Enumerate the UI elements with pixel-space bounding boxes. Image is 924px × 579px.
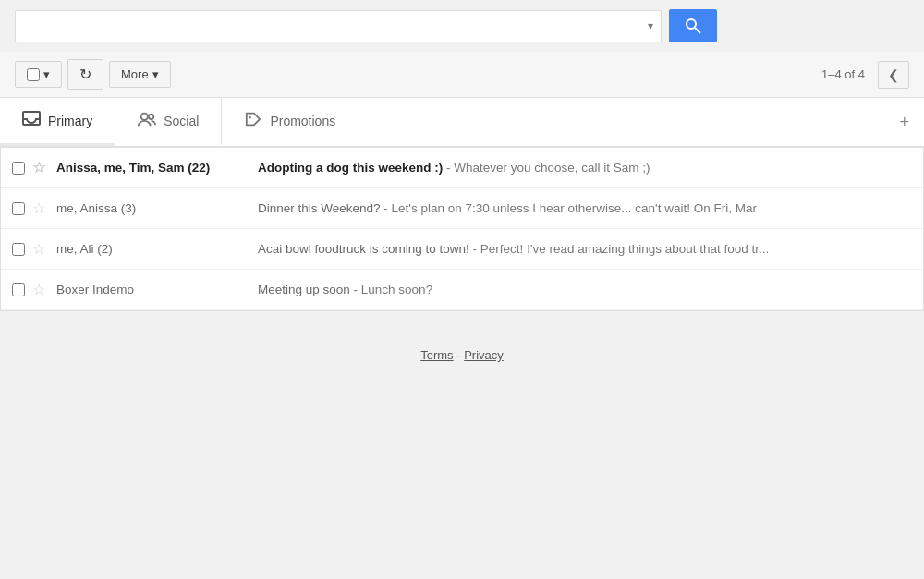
tab-promotions-label: Promotions	[270, 114, 335, 128]
more-button[interactable]: More ▾	[109, 61, 171, 88]
email-row[interactable]: ☆ me, Anissa (3) Dinner this Weekend? - …	[1, 188, 923, 229]
svg-point-5	[249, 116, 251, 119]
footer: Terms - Privacy	[0, 311, 924, 380]
email-subject: Adopting a dog this weekend :) - Whateve…	[250, 161, 912, 175]
email-row[interactable]: ☆ Anissa, me, Tim, Sam (22) Adopting a d…	[1, 148, 923, 188]
prev-icon: ❮	[888, 67, 899, 82]
email-checkbox[interactable]	[12, 243, 25, 256]
email-checkbox-cell	[12, 162, 25, 175]
star-icon: ☆	[32, 240, 45, 258]
terms-link[interactable]: Terms	[420, 348, 453, 362]
svg-point-0	[687, 19, 696, 29]
email-subject-text: Meeting up soon	[258, 283, 350, 296]
add-tab-button[interactable]: +	[884, 100, 924, 145]
email-subject: Dinner this Weekend? - Let's plan on 7:3…	[250, 201, 912, 215]
tab-primary[interactable]: Primary	[0, 98, 116, 146]
tab-social-label: Social	[164, 114, 199, 128]
more-label: More	[121, 67, 149, 81]
email-star-cell[interactable]: ☆	[32, 281, 45, 298]
email-subject-text: Adopting a dog this weekend :)	[258, 161, 443, 175]
email-row[interactable]: ☆ Boxer Indemo Meeting up soon - Lunch s…	[1, 270, 923, 310]
email-sender: me, Ali (2)	[56, 242, 250, 256]
email-row[interactable]: ☆ me, Ali (2) Acai bowl foodtruck is com…	[1, 229, 923, 270]
tabs-row: Primary Social Promotions +	[0, 98, 924, 147]
email-checkbox[interactable]	[12, 202, 25, 215]
svg-point-4	[149, 115, 153, 119]
inbox-icon	[22, 111, 41, 130]
prev-page-button[interactable]: ❮	[878, 61, 909, 89]
star-icon: ☆	[32, 159, 45, 176]
email-checkbox-cell	[12, 283, 25, 296]
search-bar-row: ▾	[0, 0, 924, 52]
privacy-link[interactable]: Privacy	[464, 348, 504, 362]
email-checkbox-cell	[12, 243, 25, 256]
email-star-cell[interactable]: ☆	[32, 240, 45, 258]
email-subject-text: Dinner this Weekend?	[258, 201, 381, 215]
svg-point-3	[141, 114, 148, 120]
email-subject: Acai bowl foodtruck is coming to town! -…	[250, 242, 912, 256]
tab-promotions[interactable]: Promotions	[222, 98, 358, 146]
email-preview-text: - Lunch soon?	[350, 283, 432, 296]
email-sender: Boxer Indemo	[56, 283, 250, 296]
email-star-cell[interactable]: ☆	[32, 159, 45, 176]
search-icon	[684, 17, 702, 35]
select-arrow-icon: ▾	[43, 67, 50, 81]
search-input[interactable]	[16, 11, 640, 42]
search-button[interactable]	[669, 9, 717, 42]
email-preview-text: - Perfect! I've read amazing things abou…	[469, 242, 770, 256]
refresh-button[interactable]: ↻	[67, 59, 103, 90]
email-preview-text: - Let's plan on 7:30 unless I hear other…	[381, 201, 757, 215]
more-arrow-icon: ▾	[152, 67, 159, 81]
tab-primary-label: Primary	[48, 114, 92, 128]
email-checkbox[interactable]	[12, 162, 25, 175]
svg-line-1	[695, 28, 700, 33]
email-checkbox[interactable]	[12, 283, 25, 296]
email-star-cell[interactable]: ☆	[32, 199, 45, 217]
plus-icon: +	[899, 113, 909, 131]
email-list: ☆ Anissa, me, Tim, Sam (22) Adopting a d…	[0, 147, 924, 311]
email-subject-text: Acai bowl foodtruck is coming to town!	[258, 242, 469, 256]
select-checkbox-button[interactable]: ▾	[15, 61, 62, 88]
star-icon: ☆	[32, 199, 45, 217]
tag-icon	[244, 111, 262, 130]
email-sender: me, Anissa (3)	[56, 201, 250, 215]
email-checkbox-cell	[12, 202, 25, 215]
pagination-info: 1–4 of 4	[821, 67, 865, 81]
star-icon: ☆	[32, 281, 45, 298]
tab-social[interactable]: Social	[116, 98, 222, 146]
toolbar: ▾ ↻ More ▾ 1–4 of 4 ❮	[0, 52, 924, 98]
footer-separator: -	[454, 348, 465, 362]
email-subject: Meeting up soon - Lunch soon?	[250, 283, 912, 296]
search-input-wrapper: ▾	[15, 10, 662, 42]
email-preview-text: - Whatever you choose, call it Sam ;)	[443, 161, 650, 175]
select-all-checkbox[interactable]	[27, 68, 40, 81]
email-sender: Anissa, me, Tim, Sam (22)	[56, 161, 250, 175]
search-dropdown-button[interactable]: ▾	[640, 16, 661, 36]
people-icon	[138, 111, 156, 130]
refresh-icon: ↻	[79, 66, 91, 83]
